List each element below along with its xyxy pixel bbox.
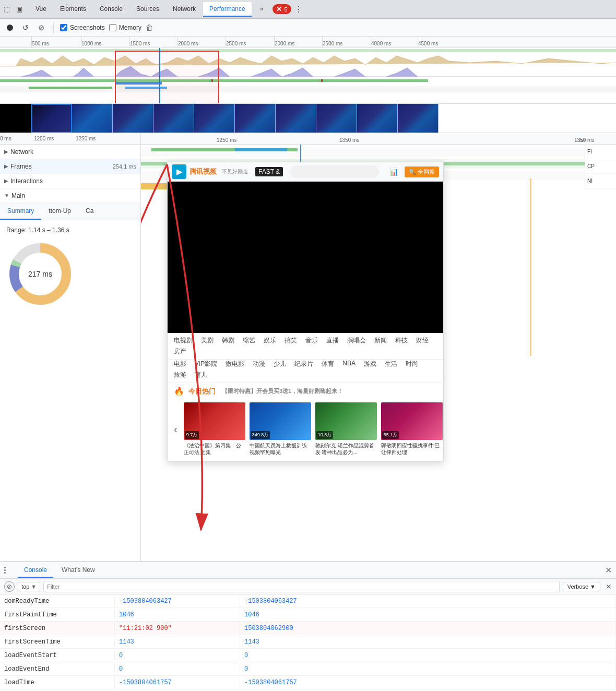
cell-key-firstscreentime: firstScreenTime	[0, 636, 115, 648]
right-label-fol: fol	[579, 137, 585, 143]
nav-link-nba[interactable]: NBA	[342, 360, 356, 368]
console-row-firstpaint: firstPaintTime 1046 1046	[0, 608, 616, 622]
track-network[interactable]: ▶ Network	[0, 145, 140, 159]
memory-label: Memory	[119, 24, 141, 31]
nav-link-game[interactable]: 游戏	[364, 360, 376, 368]
tab-network[interactable]: Network	[167, 2, 202, 17]
nav-link-shortfilm[interactable]: 微电影	[226, 360, 244, 368]
nav-link-live[interactable]: 直播	[326, 336, 339, 345]
verbose-dropdown-icon: ▼	[590, 583, 596, 590]
reload-button[interactable]: ↺	[20, 22, 31, 33]
console-row-loadeventstart: loadEventStart 0 0	[0, 649, 616, 662]
context-label: top	[21, 583, 29, 590]
nav-link-concert[interactable]: 演唱会	[347, 336, 366, 345]
cursor-icon[interactable]: ⬚	[2, 5, 11, 14]
tab-sources[interactable]: Sources	[130, 2, 165, 17]
nav-link-krdrama[interactable]: 韩剧	[222, 336, 234, 345]
thumb-title-3: 敦刻尔克-诺兰作品混剪首发 诸神出品必为...	[315, 442, 377, 456]
track-interactions[interactable]: ▶ Interactions	[0, 174, 140, 188]
thumb-title-4: 郭敬明回应性骚扰事件:已让律师处理	[381, 442, 443, 456]
tab-vue[interactable]: Vue	[29, 2, 53, 17]
console-filter-input[interactable]	[43, 581, 560, 592]
tab-elements[interactable]: Elements	[54, 2, 92, 17]
popup-thumb-1: 9.7万 《法治中国》第四集：公正司法 上集	[184, 402, 245, 456]
right-panel: 1250 ms 1350 ms 1350 ms fol FI CP NI	[141, 133, 616, 561]
screenshot-thumb-8	[276, 104, 316, 133]
svg-rect-4	[115, 82, 162, 85]
nav-link-variety[interactable]: 综艺	[243, 336, 255, 345]
nav-link-finance[interactable]: 财经	[416, 336, 429, 345]
tab-more[interactable]: »	[254, 2, 270, 17]
bottom-tick-1200: 1200 ms	[34, 136, 54, 141]
cell-key-firstscreen: firstScreen	[0, 623, 115, 634]
drag-handle[interactable]	[4, 566, 14, 575]
frames-arrow-icon: ▶	[4, 163, 8, 169]
screenshot-thumb-1	[0, 104, 31, 133]
console-context-select[interactable]: top ▼	[18, 582, 40, 591]
nav-link-news[interactable]: 新闻	[374, 336, 387, 345]
nav-link-documentary[interactable]: 纪录片	[294, 360, 313, 368]
screenshot-thumb-11	[398, 104, 439, 133]
cell-key-loadeventend: loadEventEnd	[0, 663, 115, 675]
view-count-4: 55.1万	[382, 431, 399, 439]
cell-val1-domready: -1503804063427	[115, 595, 240, 607]
search-btn-label: 全网搜	[418, 169, 435, 175]
right-labels: FI CP NI	[585, 145, 616, 188]
memory-checkbox-label[interactable]: Memory	[109, 24, 141, 31]
thumb-img-2: 349.8万	[250, 402, 311, 440]
nav-link-tvdrama[interactable]: 电视剧	[174, 336, 193, 345]
summary-tab-calltree[interactable]: Ca	[78, 203, 101, 220]
screenshot-thumb-5	[153, 104, 194, 133]
nav-link-music[interactable]: 音乐	[305, 336, 318, 345]
nav-link-film[interactable]: 电影	[174, 360, 186, 368]
bottom-close-button[interactable]: ✕	[605, 565, 612, 575]
cell-val1-loadeventstart: 0	[115, 650, 240, 661]
nav-link-funny[interactable]: 搞笑	[285, 336, 297, 345]
console-toolbar: top ▼ Verbose ▼ ✕	[0, 579, 616, 594]
track-main[interactable]: ▼ Main	[0, 188, 140, 203]
bottom-tabs-bar: Console What's New ✕	[0, 562, 616, 579]
nav-link-sports[interactable]: 体育	[322, 360, 334, 368]
nav-link-vip[interactable]: VIP影院	[195, 360, 217, 368]
record-button[interactable]	[4, 22, 16, 33]
summary-tab-bottomup[interactable]: ttom-Up	[41, 203, 78, 220]
verbose-select[interactable]: Verbose ▼	[563, 582, 600, 591]
track-frames[interactable]: ▶ Frames 254.1 ms	[0, 159, 140, 174]
popup-thumbnails: ‹ 9.7万 《法治中国》第四集：公正司法 上集 349.8万 中国航天员海上救…	[168, 399, 443, 461]
console-row-loadeventend: loadEventEnd 0 0	[0, 662, 616, 676]
nav-link-kids[interactable]: 少儿	[274, 360, 286, 368]
bottom-tab-whatsnew[interactable]: What's New	[55, 563, 101, 578]
nav-link-usdrama[interactable]: 美剧	[201, 336, 214, 345]
bottom-tick-1250: 1250 ms	[76, 136, 96, 141]
nav-link-life[interactable]: 生活	[385, 360, 397, 368]
nav-link-parenting[interactable]: 育儿	[195, 371, 207, 379]
summary-tab-summary[interactable]: Summary	[0, 203, 41, 220]
tab-menu-icon[interactable]: ⋮	[294, 4, 303, 14]
nav-link-anime[interactable]: 动漫	[253, 360, 265, 368]
nav-link-realestate[interactable]: 房产	[174, 347, 186, 356]
popup-search-button[interactable]: 🔍 全网搜	[405, 166, 439, 177]
view-count-2: 349.8万	[251, 431, 270, 439]
tab-performance[interactable]: Performance	[203, 2, 252, 17]
tab-console[interactable]: Console	[93, 2, 129, 17]
memory-checkbox[interactable]	[109, 24, 116, 31]
prev-button[interactable]: ‹	[174, 402, 177, 456]
screenshots-checkbox[interactable]	[60, 24, 67, 31]
nav-link-fashion[interactable]: 时尚	[406, 360, 418, 368]
svg-rect-3	[321, 79, 323, 82]
clear-button[interactable]: ⊘	[35, 22, 47, 33]
context-dropdown-icon: ▼	[31, 583, 37, 590]
console-clear-button[interactable]	[4, 581, 15, 592]
screenshots-checkbox-label[interactable]: Screenshots	[60, 24, 105, 31]
console-close-button[interactable]: ✕	[606, 582, 612, 591]
nav-link-tech[interactable]: 科技	[395, 336, 408, 345]
trash-icon: 🗑	[146, 23, 153, 32]
timeline-overview[interactable]: 500 ms 1000 ms 1500 ms 2000 ms 2500 ms 3…	[0, 37, 616, 133]
svg-rect-26	[530, 178, 531, 356]
cell-val1-firstscreen: "11:21:02 900"	[115, 623, 240, 634]
bottom-tab-console[interactable]: Console	[18, 563, 53, 578]
responsive-icon[interactable]: ▣	[15, 5, 24, 14]
nav-link-ent[interactable]: 娱乐	[264, 336, 276, 345]
nav-link-travel[interactable]: 旅游	[174, 371, 186, 379]
trash-button[interactable]: 🗑	[146, 23, 153, 32]
